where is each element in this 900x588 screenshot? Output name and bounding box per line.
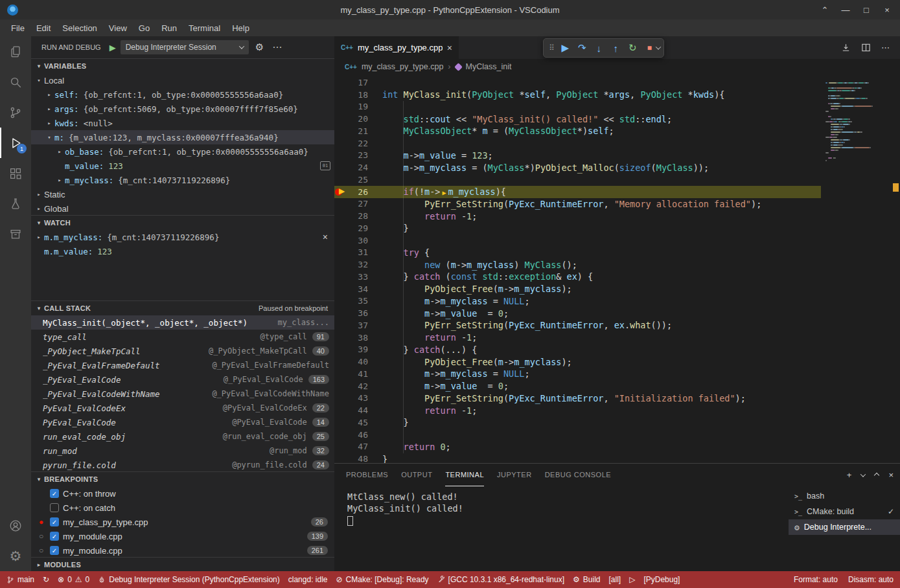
menu-view[interactable]: View [103, 19, 133, 36]
debug-config-dropdown[interactable]: Debug Interpreter Session [121, 40, 249, 54]
gutter[interactable]: 44 [334, 404, 371, 416]
code-text[interactable]: } [371, 223, 409, 233]
menu-selection[interactable]: Selection [56, 19, 102, 36]
debug-session-status[interactable]: Debug Interpreter Session (PythonCppExte… [98, 575, 279, 584]
variables-scope-row[interactable]: ▾Local [31, 73, 334, 87]
tab-close-icon[interactable]: × [447, 43, 452, 53]
code-text[interactable]: } [371, 417, 409, 427]
cmake-status[interactable]: ⊘ CMake: [Debug]: Ready [336, 575, 428, 584]
breakpoint-zone[interactable] [334, 247, 347, 259]
breakpoint-zone[interactable] [334, 441, 347, 453]
breakpoint-zone[interactable] [334, 101, 347, 113]
more-actions-icon[interactable]: ⋯ [881, 43, 890, 52]
menu-run[interactable]: Run [156, 19, 183, 36]
breakpoint-zone[interactable] [334, 283, 347, 295]
terminal-tab-debug-interprete-[interactable]: ⚙Debug Interprete... [789, 519, 900, 535]
gutter[interactable]: 45 [334, 416, 371, 429]
gutter[interactable]: 36 [334, 307, 371, 319]
breadcrumb-file[interactable]: my_class_py_type.cpp [362, 62, 443, 71]
keep-above-icon[interactable]: ⌃ [814, 0, 835, 19]
code-text[interactable]: } catch (const std::exception& ex) { [371, 271, 593, 282]
watch-row[interactable]: m.m_value:123 [31, 244, 334, 258]
gutter[interactable]: 28 [334, 210, 371, 222]
breakpoint-zone[interactable] [334, 258, 347, 271]
gutter[interactable]: 46 [334, 429, 371, 441]
code-text[interactable]: return -1; [371, 405, 477, 416]
problems-status[interactable]: ⊗ 0 ⚠ 0 [58, 575, 89, 584]
terminal-tab-cmake-build[interactable]: >_CMake: build✓ [789, 504, 900, 519]
gutter[interactable]: 43 [334, 392, 371, 405]
code-text[interactable]: MyClassObject* m = (MyClassObject*)self; [371, 126, 614, 136]
code-text[interactable]: m->m_myclass = NULL; [371, 368, 530, 379]
watch-row[interactable]: ▸m.m_myclass:{m_cnt:140737119226896}× [31, 230, 334, 244]
breakpoint-zone[interactable] [334, 198, 347, 210]
panel-tab-output[interactable]: OUTPUT [401, 464, 432, 486]
continue-icon[interactable]: ▶ [557, 40, 573, 56]
gutter[interactable]: 41 [334, 368, 371, 380]
variable-row[interactable]: ▸ob_base:{ob_refcnt:1, ob_type:0x0000555… [31, 144, 334, 159]
terminal-dropdown-icon[interactable] [860, 471, 866, 477]
close-panel-icon[interactable]: × [888, 470, 894, 480]
menu-edit[interactable]: Edit [30, 19, 56, 36]
callstack-frame[interactable]: _PyEval_EvalCode@_PyEval_EvalCode163 [31, 372, 334, 387]
gutter[interactable]: 29 [334, 222, 371, 234]
menu-file[interactable]: File [5, 19, 30, 36]
callstack-frame[interactable]: PyEval_EvalCode@PyEval_EvalCode14 [31, 415, 334, 429]
breakpoint-checkbox[interactable] [50, 503, 59, 512]
breakpoint-zone[interactable] [334, 344, 347, 356]
gutter[interactable]: 38 [334, 332, 371, 344]
code-text[interactable]: return 0; [371, 442, 451, 452]
variable-row[interactable]: m_value:12301 [31, 159, 334, 173]
breadcrumb-symbol[interactable]: MyClass_init [466, 62, 512, 71]
gutter[interactable]: 21 [334, 125, 371, 137]
code-text[interactable]: return -1; [371, 332, 477, 343]
clangd-status[interactable]: clangd: idle [288, 575, 328, 584]
cmake-kit-status[interactable]: [GCC 10.3.1 x86_64-redhat-linux] [437, 575, 564, 584]
pydebug-status[interactable]: [PyDebug] [643, 575, 680, 584]
code-text[interactable]: m->m_value = 123; [371, 150, 493, 161]
callstack-frame[interactable]: MyClass_init(_object*, _object*, _object… [31, 315, 334, 330]
maximize-icon[interactable]: □ [856, 0, 877, 19]
minimap[interactable] [821, 74, 891, 463]
gutter[interactable]: 32 [334, 258, 371, 271]
code-text[interactable]: m->m_value = 0; [371, 308, 509, 319]
breakpoint-zone[interactable] [334, 161, 347, 174]
code-text[interactable]: PyErr_SetString(PyExc_RuntimeError, "Mem… [371, 199, 761, 209]
breakpoint-zone[interactable] [334, 271, 347, 283]
branch-status[interactable]: main [6, 575, 34, 584]
callstack-frame[interactable]: run_eval_code_obj@run_eval_code_obj25 [31, 429, 334, 444]
callstack-frame[interactable]: _PyEval_EvalCodeWithName@_PyEval_EvalCod… [31, 387, 334, 401]
terminal-output[interactable]: MtClass_new() called!MyClass_init() call… [334, 486, 789, 571]
variables-scope-row[interactable]: ▸Global [31, 201, 334, 215]
code-text[interactable]: std::cout << "MyClass_init() called!" <<… [371, 114, 672, 124]
breakpoint-row[interactable]: ○✓my_module.cpp261 [31, 543, 334, 557]
gutter[interactable]: 34 [334, 283, 371, 295]
callstack-frame[interactable]: type_call@type_call91 [31, 330, 334, 344]
code-text[interactable]: try { [371, 247, 430, 258]
drag-handle-icon[interactable]: ⠿ [547, 43, 557, 52]
step-into-icon[interactable]: ↓ [591, 40, 607, 56]
variable-row[interactable]: ▸self:{ob_refcnt:1, ob_type:0x0000555555… [31, 87, 334, 102]
breakpoint-zone[interactable] [334, 319, 347, 332]
cmake-build-button[interactable]: ⚙ Build [573, 575, 600, 584]
remote-explorer-icon[interactable] [0, 219, 31, 249]
testing-icon[interactable] [0, 188, 31, 219]
breakpoint-row[interactable]: ●✓my_class_py_type.cpp26 [31, 515, 334, 529]
gutter[interactable]: 27 [334, 198, 371, 210]
breakpoint-zone[interactable] [334, 416, 347, 429]
format-status[interactable]: Format: auto [794, 575, 838, 584]
variable-row[interactable]: ▸m_myclass:{m_cnt:140737119226896} [31, 173, 334, 187]
minimize-icon[interactable]: — [835, 0, 856, 19]
sync-status[interactable]: ↻ [43, 576, 49, 583]
breakpoint-zone[interactable] [334, 150, 347, 162]
gutter[interactable]: ▶26 [334, 186, 371, 198]
breakpoint-zone[interactable] [334, 356, 347, 368]
gutter[interactable]: 37 [334, 319, 371, 332]
gutter[interactable]: 35 [334, 295, 371, 308]
split-editor-icon[interactable] [861, 43, 871, 52]
breakpoint-zone[interactable] [334, 392, 347, 405]
gutter[interactable]: 30 [334, 234, 371, 247]
breakpoint-zone[interactable] [334, 307, 347, 319]
code-text[interactable]: PyObject_Free(m->m_myclass); [371, 357, 572, 367]
callstack-frame[interactable]: _PyEval_EvalFrameDefault@_PyEval_EvalFra… [31, 358, 334, 372]
